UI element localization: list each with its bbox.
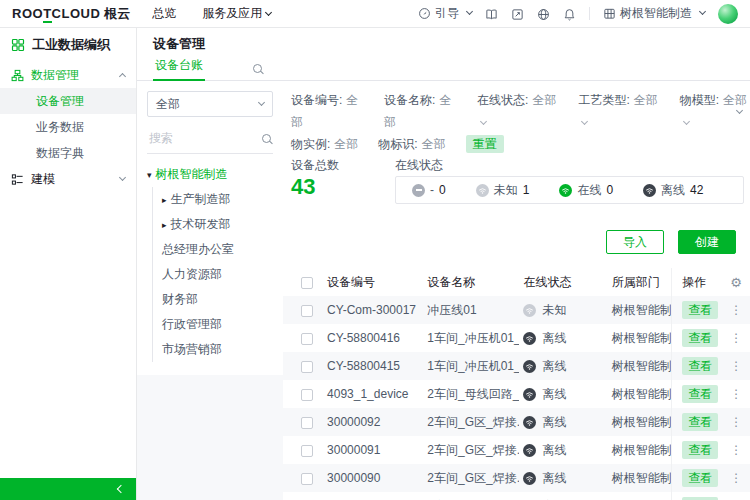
cell-actions: 查看⋮ [672, 324, 750, 352]
guide-menu[interactable]: 引导 [418, 5, 472, 22]
column-header-actions: 操作⚙ [672, 268, 750, 296]
tabs-row: 设备台账 [137, 55, 750, 81]
divider [589, 7, 590, 20]
caret-down-icon[interactable]: ▾ [147, 170, 152, 180]
organization-icon [603, 7, 616, 20]
filter-item[interactable]: 物标识:全部 [378, 133, 445, 155]
tree-item[interactable]: ▸生产制造部 [162, 187, 273, 212]
row-more-icon[interactable]: ⋮ [730, 443, 742, 457]
caret-right-icon[interactable]: ▸ [162, 195, 167, 205]
row-more-icon[interactable]: ⋮ [730, 331, 742, 345]
user-avatar[interactable] [718, 4, 738, 24]
sidebar-group-data-management[interactable]: 数据管理 [0, 62, 136, 88]
modeling-icon [11, 173, 24, 186]
tree-item[interactable]: 总经理办公室 [162, 237, 273, 262]
top-nav-menu: 总览 服务及应用 [152, 5, 271, 22]
row-more-icon[interactable]: ⋮ [730, 415, 742, 429]
row-checkbox[interactable] [301, 361, 313, 373]
sidebar-group-modeling[interactable]: 建模 [0, 166, 136, 192]
row-more-icon[interactable]: ⋮ [730, 359, 742, 373]
row-checkbox[interactable] [301, 333, 313, 345]
status-label: 离线 [542, 387, 566, 401]
docs-icon[interactable] [485, 6, 498, 20]
filter-item[interactable]: 设备名称:全部 [384, 89, 457, 133]
row-more-icon[interactable]: ⋮ [730, 387, 742, 401]
filter-label: 在线状态: [477, 93, 528, 107]
tree-root-node[interactable]: ▾ 树根智能制造 [147, 166, 273, 183]
row-more-icon[interactable]: ⋮ [730, 303, 742, 317]
tree-item[interactable]: 人力资源部 [162, 262, 273, 287]
feedback-icon[interactable] [511, 6, 524, 20]
device-table: 设备编号 设备名称 在线状态 所属部门 操作⚙ CY-Com-300017冲压线… [283, 268, 750, 500]
tree-filter-select[interactable]: 全部 [147, 91, 273, 117]
filter-item[interactable]: 在线状态:全部 [477, 89, 558, 133]
legend-item: 在线0 [559, 182, 613, 199]
online-status-block: 在线状态 -0未知1在线0离线42 [395, 157, 744, 204]
view-button[interactable]: 查看 [682, 385, 718, 403]
row-checkbox[interactable] [301, 417, 313, 429]
filter-item[interactable]: 工艺类型:全部 [578, 89, 659, 133]
caret-right-icon[interactable]: ▸ [162, 220, 167, 230]
filter-item[interactable]: 设备编号:全部 [291, 89, 364, 133]
notifications-bell-icon[interactable] [563, 6, 576, 20]
sidebar-menu: 数据管理 设备管理 业务数据 数据字典 建模 [0, 62, 136, 192]
import-button[interactable]: 导入 [606, 230, 664, 254]
sidebar-item-data-dictionary[interactable]: 数据字典 [0, 140, 136, 166]
view-button[interactable]: 查看 [682, 301, 718, 319]
offline-status-icon [523, 360, 536, 373]
legend-count: 0 [606, 183, 613, 197]
cell-device-id: 4093_1_device [323, 380, 423, 408]
sidebar-collapse-button[interactable] [0, 478, 136, 500]
chevron-down-icon [699, 8, 706, 15]
sidebar-item-business-data[interactable]: 业务数据 [0, 114, 136, 140]
tab-device-ledger[interactable]: 设备台账 [153, 57, 205, 81]
chevron-down-icon [683, 118, 690, 125]
legend-label: 未知 [494, 182, 518, 199]
offline-status-icon [523, 472, 536, 485]
column-settings-gear-icon[interactable]: ⚙ [730, 275, 742, 290]
offline-status-icon [523, 444, 536, 457]
filter-item[interactable]: 物实例:全部 [291, 133, 358, 155]
main-panel: 设备编号:全部设备名称:全部在线状态:全部工艺类型:全部物模型:全部 物实例:全… [283, 81, 750, 500]
data-management-icon [11, 69, 24, 82]
action-buttons-row: 导入 创建 [283, 230, 736, 254]
language-globe-icon[interactable] [537, 6, 550, 20]
view-button[interactable]: 查看 [682, 497, 718, 500]
row-more-icon[interactable]: ⋮ [730, 471, 742, 485]
row-checkbox[interactable] [301, 389, 313, 401]
row-checkbox[interactable] [301, 445, 313, 457]
view-button[interactable]: 查看 [682, 329, 718, 347]
nav-overview[interactable]: 总览 [152, 5, 176, 22]
view-button[interactable]: 查看 [682, 357, 718, 375]
row-checkbox[interactable] [301, 305, 313, 317]
reset-filters-button[interactable]: 重置 [466, 135, 504, 153]
logo-text-en: ROOTCLOUD [12, 6, 100, 21]
legend-item: 离线42 [643, 182, 703, 199]
org-switcher[interactable]: 树根智能制造 [603, 5, 705, 22]
table-row: 300000922车间_G区_焊接...离线树根智能制造查看⋮ [283, 408, 750, 436]
nav-services-apps[interactable]: 服务及应用 [202, 5, 271, 22]
tree-search-input[interactable]: 搜索 [147, 127, 273, 154]
sidebar-item-device-management[interactable]: 设备管理 [0, 88, 136, 114]
left-sidebar: 工业数据编织 数据管理 设备管理 业务数据 数据字典 建模 [0, 28, 137, 500]
offline-status-icon [643, 184, 656, 197]
tab-search-icon[interactable] [253, 64, 262, 73]
rootcloud-logo[interactable]: ROOTCLOUD 根云 [12, 5, 130, 23]
tree-item[interactable]: ▸技术研发部 [162, 212, 273, 237]
create-button[interactable]: 创建 [678, 230, 736, 254]
status-label: 未知 [542, 303, 566, 317]
department-tree: ▾ 树根智能制造 ▸生产制造部▸技术研发部总经理办公室人力资源部财务部行政管理部… [147, 166, 273, 362]
tree-item[interactable]: 行政管理部 [162, 312, 273, 337]
status-label: 离线 [542, 331, 566, 345]
device-total-count: 43 [291, 174, 395, 200]
cell-device-name: 2车间_母线回路_... [423, 380, 519, 408]
view-button[interactable]: 查看 [682, 441, 718, 459]
view-button[interactable]: 查看 [682, 413, 718, 431]
legend-count: 42 [690, 183, 703, 197]
cell-department: 树根智能制造 [608, 324, 672, 352]
row-checkbox[interactable] [301, 473, 313, 485]
select-all-checkbox[interactable] [301, 277, 313, 289]
tree-item[interactable]: 财务部 [162, 287, 273, 312]
view-button[interactable]: 查看 [682, 469, 718, 487]
tree-item[interactable]: 市场营销部 [162, 337, 273, 362]
